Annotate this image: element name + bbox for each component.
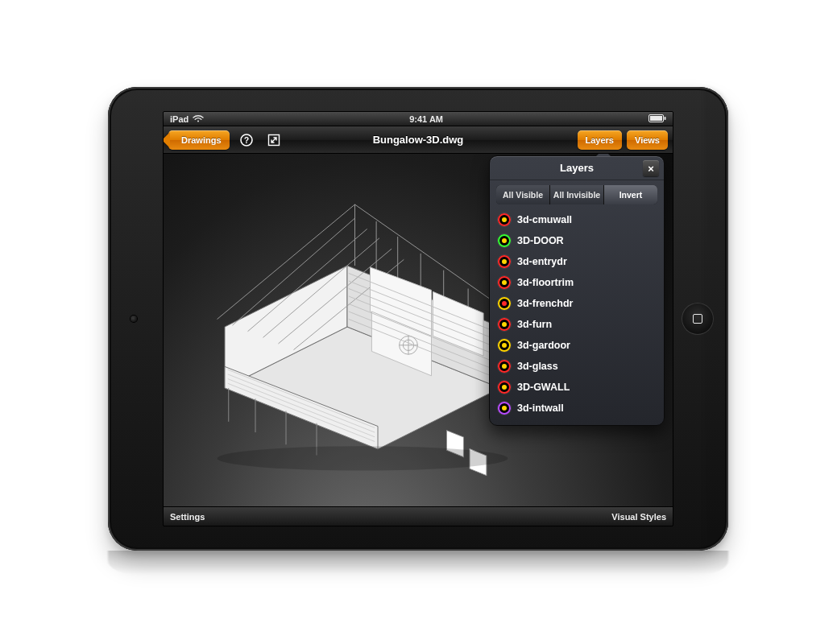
segment-all-invisible[interactable]: All Invisible	[549, 185, 603, 204]
layer-row[interactable]: 3d-intwall	[490, 398, 664, 419]
svg-point-0	[197, 120, 199, 122]
battery-icon	[648, 114, 666, 124]
layer-swatch-icon	[498, 297, 511, 310]
svg-rect-2	[650, 116, 662, 121]
layer-row[interactable]: 3d-furn	[490, 314, 664, 335]
layer-row[interactable]: 3d-gardoor	[490, 335, 664, 356]
layer-name-label: 3d-cmuwall	[517, 214, 572, 225]
layer-row[interactable]: 3d-floortrim	[490, 272, 664, 293]
layer-row[interactable]: 3d-cmuwall	[490, 209, 664, 230]
layers-popover: Layers × All Visible All Invisible Inver…	[489, 155, 665, 426]
device-reflection	[704, 87, 728, 551]
layer-row[interactable]: 3d-entrydr	[490, 251, 664, 272]
status-time: 9:41 AM	[409, 114, 443, 124]
layer-name-label: 3d-frenchdr	[517, 298, 573, 309]
app-bottom-toolbar: Settings Visual Styles	[164, 506, 673, 526]
segment-invert[interactable]: Invert	[603, 185, 657, 204]
document-title: Bungalow-3D.dwg	[164, 134, 673, 146]
layer-swatch-icon	[498, 381, 511, 394]
layer-row[interactable]: 3D-DOOR	[490, 230, 664, 251]
layer-swatch-icon	[498, 234, 511, 247]
layer-name-label: 3D-DOOR	[517, 235, 564, 246]
wifi-icon	[193, 114, 204, 124]
close-icon: ×	[648, 163, 654, 175]
model-viewport[interactable]	[170, 159, 524, 464]
ipad-device-frame: iPad 9:41 AM Drawings ? Bungalow-3D.dwg	[108, 87, 728, 551]
visual-styles-button[interactable]: Visual Styles	[611, 512, 666, 522]
layer-name-label: 3D-GWALL	[517, 382, 570, 393]
svg-point-35	[218, 446, 508, 470]
layers-popover-header: Layers ×	[490, 156, 664, 180]
device-screen: iPad 9:41 AM Drawings ? Bungalow-3D.dwg	[163, 111, 673, 526]
settings-button[interactable]: Settings	[170, 512, 205, 522]
layer-swatch-icon	[498, 402, 511, 415]
layers-visibility-segment: All Visible All Invisible Invert	[496, 185, 657, 204]
layer-row[interactable]: 3d-frenchdr	[490, 293, 664, 314]
layer-name-label: 3d-entrydr	[517, 256, 567, 267]
ios-status-bar: iPad 9:41 AM	[164, 112, 673, 126]
drawing-canvas[interactable]: Layers × All Visible All Invisible Inver…	[164, 154, 673, 506]
layer-swatch-icon	[498, 318, 511, 331]
layer-swatch-icon	[498, 255, 511, 268]
layer-swatch-icon	[498, 213, 511, 226]
svg-rect-3	[664, 117, 665, 120]
home-square-icon	[693, 314, 702, 324]
layer-name-label: 3d-floortrim	[517, 277, 574, 288]
layer-name-label: 3d-furn	[517, 319, 552, 330]
layers-list: 3d-cmuwall3D-DOOR3d-entrydr3d-floortrim3…	[490, 208, 664, 425]
layer-swatch-icon	[498, 339, 511, 352]
layers-popover-close-button[interactable]: ×	[643, 160, 659, 176]
device-floor-reflection	[108, 551, 728, 575]
layer-row[interactable]: 3D-GWALL	[490, 377, 664, 398]
layer-swatch-icon	[498, 276, 511, 289]
status-device-label: iPad	[170, 114, 189, 124]
app-top-toolbar: Drawings ? Bungalow-3D.dwg Layers Views	[164, 126, 673, 154]
layer-row[interactable]: 3d-glass	[490, 356, 664, 377]
layer-swatch-icon	[498, 360, 511, 373]
layer-name-label: 3d-intwall	[517, 402, 564, 414]
layers-popover-title: Layers	[560, 162, 594, 174]
segment-all-visible[interactable]: All Visible	[496, 185, 549, 204]
layer-name-label: 3d-glass	[517, 361, 558, 372]
device-camera	[131, 316, 137, 322]
layer-name-label: 3d-gardoor	[517, 340, 570, 351]
